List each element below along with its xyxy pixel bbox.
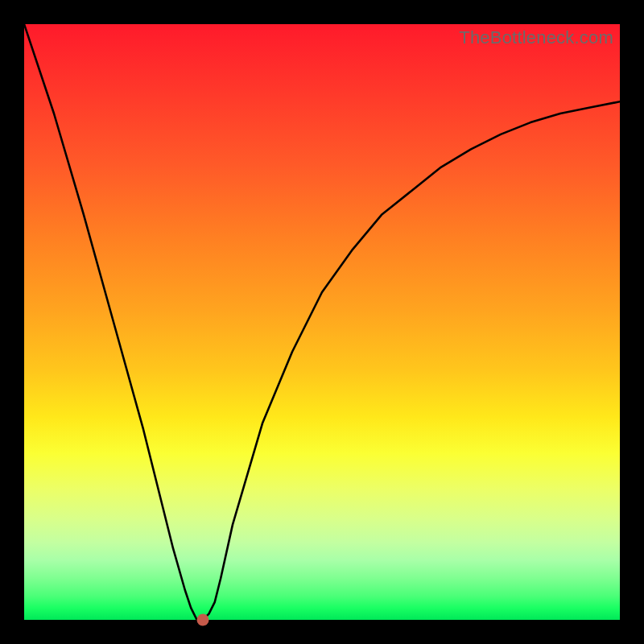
plot-area: TheBottleneck.com [24, 24, 620, 620]
chart-frame: TheBottleneck.com [0, 0, 644, 644]
bottleneck-curve [24, 24, 620, 620]
optimum-marker [197, 614, 209, 626]
curve-path [24, 24, 620, 620]
